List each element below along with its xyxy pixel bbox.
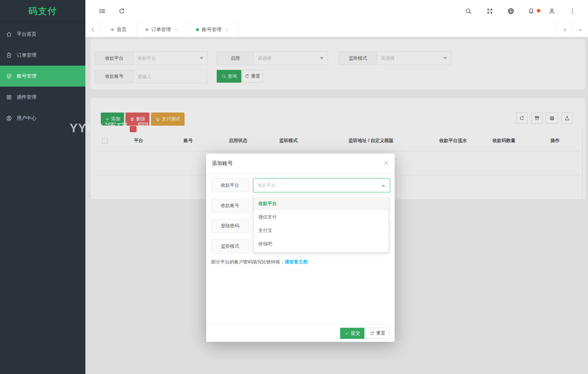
sidebar-item-label: 平台首页	[17, 31, 36, 37]
modal-account-label: 收款账号	[211, 199, 249, 213]
sidebar: 码支付 平台首页 订单管理 账号管理 插件管理 用户中心	[0, 0, 85, 374]
user-circle-icon	[6, 115, 12, 121]
order-clipboard-icon	[6, 52, 12, 58]
more-vertical-icon[interactable]	[569, 8, 576, 15]
sidebar-item-plugins[interactable]: 插件管理	[0, 87, 85, 108]
dropdown-option-platform[interactable]: 收款平台	[254, 197, 388, 210]
tab-accounts[interactable]: 账号管理	[186, 23, 238, 37]
refresh-icon[interactable]	[118, 8, 125, 15]
modal-footer: 提交 重置	[206, 324, 395, 342]
fullscreen-icon[interactable]	[486, 8, 493, 15]
home-icon	[6, 31, 12, 37]
tab-close-icon[interactable]	[225, 28, 229, 32]
sidebar-item-home[interactable]: 平台首页	[0, 24, 85, 45]
tabs-scroll-left-button[interactable]	[85, 23, 100, 37]
view-docs-link[interactable]: 请查看文档	[285, 259, 308, 264]
dropdown-option-wechat-pay[interactable]: 微信支付	[254, 210, 388, 224]
modal-title: 添加账号	[212, 160, 233, 167]
user-icon[interactable]	[548, 8, 555, 15]
sidebar-item-user-center[interactable]: 用户中心	[0, 108, 85, 129]
app-logo: 码支付	[0, 0, 85, 22]
tab-status-dot	[145, 28, 148, 31]
select-placeholder: 收款平台	[257, 182, 276, 188]
check-icon	[344, 331, 349, 336]
modal-platform-select[interactable]: 收款平台	[253, 178, 390, 192]
shield-check-icon	[6, 73, 12, 79]
sidebar-item-accounts[interactable]: 账号管理	[0, 66, 85, 87]
tabbar-controls	[556, 23, 588, 37]
sidebar-item-label: 插件管理	[17, 94, 36, 100]
sidebar-menu: 平台首页 订单管理 账号管理 插件管理 用户中心	[0, 24, 85, 129]
refresh-icon	[370, 331, 375, 336]
tabs-menu-button[interactable]	[572, 23, 588, 37]
tab-label: 订单管理	[151, 27, 171, 33]
tabs-scroll-right-button[interactable]	[556, 23, 572, 37]
modal-header: 添加账号	[206, 154, 395, 174]
bell-icon[interactable]	[528, 8, 535, 15]
modal-password-label: 登陆密码	[211, 219, 249, 233]
close-icon[interactable]	[383, 160, 389, 166]
tab-home[interactable]: 首页	[100, 23, 137, 37]
plugin-grid-icon	[6, 94, 12, 100]
globe-icon[interactable]	[507, 8, 514, 15]
dropdown-option-alipay[interactable]: 支付宝	[254, 224, 388, 237]
tab-label: 首页	[117, 27, 127, 33]
dropdown-option-shouqianba[interactable]: 收钱吧	[254, 237, 388, 251]
modal-reset-button[interactable]: 重置	[366, 328, 389, 339]
tab-label: 账号管理	[202, 27, 222, 33]
collapse-menu-icon[interactable]	[99, 8, 106, 15]
add-account-modal: 添加账号 收款平台 收款平台 收款账号 登陆密码 监听模式 收款平台 微信支付 …	[206, 154, 395, 342]
tab-status-dot	[196, 28, 199, 31]
tab-status-dot	[111, 28, 114, 31]
tab-close-icon[interactable]	[174, 28, 178, 32]
sidebar-item-orders[interactable]: 订单管理	[0, 45, 85, 66]
modal-listen-mode-label: 监听模式	[211, 239, 249, 253]
notification-dot	[537, 9, 540, 12]
sidebar-item-label: 订单管理	[17, 52, 36, 58]
search-icon[interactable]	[465, 8, 472, 15]
sidebar-item-label: 用户中心	[17, 115, 36, 121]
topbar	[85, 0, 588, 22]
sidebar-item-label: 账号管理	[17, 73, 36, 79]
tab-orders[interactable]: 订单管理	[137, 23, 186, 37]
app-window: 码支付 平台首页 订单管理 账号管理 插件管理 用户中心	[0, 0, 588, 374]
modal-platform-label: 收款平台	[211, 178, 249, 192]
modal-note: 部分平台的账户密码填写比较特殊，请查看文档	[211, 259, 308, 265]
platform-dropdown: 收款平台 微信支付 支付宝 收钱吧	[253, 195, 388, 252]
chevron-up-icon	[381, 184, 385, 187]
tabbar: 首页 订单管理 账号管理	[85, 22, 588, 37]
submit-button[interactable]: 提交	[340, 328, 364, 339]
